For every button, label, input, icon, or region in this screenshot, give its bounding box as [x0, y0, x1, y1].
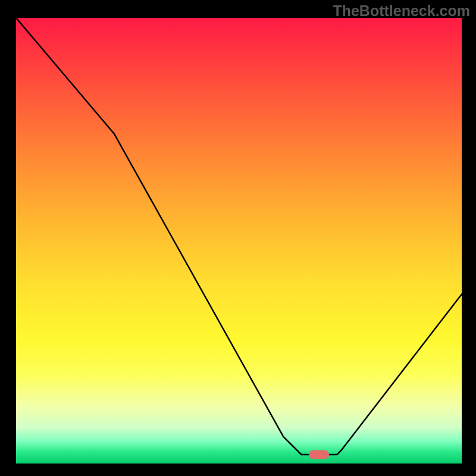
watermark-text: TheBottleneck.com: [333, 2, 470, 20]
bottleneck-curve: [16, 18, 462, 464]
chart-frame: TheBottleneck.com: [0, 0, 476, 476]
plot-area: [16, 18, 462, 464]
optimal-marker: [309, 450, 329, 459]
